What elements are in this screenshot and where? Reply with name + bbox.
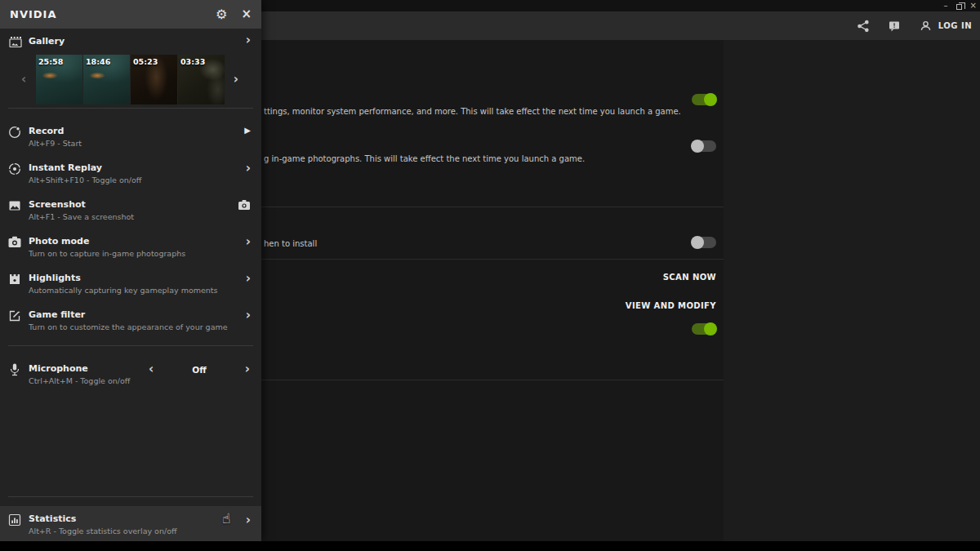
video-duration: 25:58 [38,57,63,66]
settings-row2-text: g in-game photographs. This will take ef… [264,154,585,163]
overlay-divider-3 [8,496,253,497]
auto-install-toggle[interactable] [692,237,716,248]
thumbs-prev-icon[interactable]: ‹ [21,73,26,86]
settings-panel: ttings, monitor system performance, and … [261,40,724,541]
video-duration: 03:33 [180,57,205,66]
gallery-thumbnail[interactable]: 18:46 [83,55,130,104]
gallery-thumbnail[interactable]: 05:23 [131,55,177,104]
scan-now-button[interactable]: SCAN NOW [663,273,716,282]
menu-item-game-filter[interactable]: Game filter Turn on to customize the app… [0,306,261,342]
menu-item-microphone[interactable]: Microphone Ctrl+Alt+M - Toggle on/off ‹ … [0,360,261,396]
menu-subtitle: Alt+F1 - Save a screenshot [29,212,134,221]
menu-subtitle: Alt+Shift+F10 - Toggle on/off [29,176,141,184]
record-icon [7,125,22,140]
photo-capture-toggle[interactable] [692,140,716,152]
play-icon[interactable]: ▶ [244,126,251,135]
menu-item-highlights[interactable]: Highlights Automatically capturing key g… [0,269,261,305]
login-button[interactable]: LOG IN [919,19,972,33]
screenshot-icon [7,198,22,213]
highlights-icon [7,272,22,287]
menu-subtitle: Alt+R - Toggle statistics overlay on/off [29,527,177,535]
chevron-right-icon[interactable]: › [246,273,251,285]
game-filter-icon [7,309,22,323]
menu-item-instant-replay[interactable]: Instant Replay Alt+Shift+F10 - Toggle on… [0,159,261,195]
menu-item-record[interactable]: Record Alt+F9 - Start ▶ [0,122,261,158]
chevron-right-icon[interactable]: › [246,514,251,527]
overlay-divider-2 [8,345,253,346]
gallery-header[interactable]: Gallery › [0,33,261,51]
video-duration: 05:23 [133,57,158,66]
menu-title: Game filter [29,309,85,320]
window-close-icon[interactable]: × [970,1,977,11]
chevron-right-icon[interactable]: › [246,162,251,175]
window-titlebar: – × [261,0,980,11]
menu-title: Highlights [29,273,81,283]
settings-divider-1 [261,207,724,207]
settings-row1-text: ttings, monitor system performance, and … [264,107,681,116]
mic-prev-option-icon[interactable]: ‹ [149,363,154,375]
feature-toggle[interactable] [692,323,716,335]
minimize-icon[interactable]: – [944,1,948,11]
avatar-icon [919,19,933,33]
instant-replay-icon [7,162,22,176]
menu-title: Microphone [29,363,88,374]
mic-state-value: Off [181,365,217,375]
overlay-enable-toggle[interactable] [692,94,716,105]
gallery-thumbnail[interactable]: 03:33 [178,55,225,104]
gallery-thumbnail[interactable]: 25:58 [36,55,82,104]
photo-mode-icon [7,235,22,250]
chevron-right-icon[interactable]: › [246,236,251,248]
feedback-icon[interactable] [888,20,901,32]
settings-divider-3 [261,380,724,380]
hand-cursor-icon: ☝ [222,510,230,527]
gallery-thumbnails: ‹ 25:58 18:46 05:23 03:33 › [0,55,261,105]
login-label: LOG IN [938,21,972,30]
menu-subtitle: Alt+F9 - Start [29,139,82,148]
gallery-label: Gallery [29,36,65,47]
overlay-header: NVIDIA ⚙ × [0,0,261,29]
settings-row3-text: hen to install [264,239,317,248]
overlay-close-icon[interactable]: × [241,8,252,20]
menu-title: Photo mode [29,236,89,247]
menu-item-screenshot[interactable]: Screenshot Alt+F1 - Save a screenshot [0,196,261,232]
menu-subtitle: Turn on to customize the appearance of y… [29,322,228,331]
menu-title: Record [29,126,64,136]
app-header: LOG IN [261,11,980,40]
microphone-icon [7,362,22,377]
nvidia-overlay-panel: NVIDIA ⚙ × Gallery › ‹ 25:58 18: [0,0,261,541]
menu-title: Statistics [29,513,76,524]
statistics-icon [7,513,22,527]
settings-gear-icon[interactable]: ⚙ [216,8,227,21]
menu-subtitle: Automatically capturing key gameplay mom… [29,286,218,295]
mic-next-option-icon[interactable]: › [245,363,250,375]
bottom-black-bar [0,541,980,551]
menu-title: Screenshot [29,199,86,210]
gallery-chevron-icon[interactable]: › [246,34,251,47]
view-and-modify-button[interactable]: VIEW AND MODIFY [626,301,716,310]
menu-title: Instant Replay [29,162,102,173]
menu-item-statistics[interactable]: Statistics Alt+R - Toggle statistics ove… [0,506,261,541]
overlay-title: NVIDIA [10,8,56,20]
menu-subtitle: Turn on to capture in-game photographs [29,249,185,258]
restore-icon[interactable] [956,4,962,10]
chevron-right-icon[interactable]: › [246,309,251,322]
overlay-divider-1 [8,108,253,109]
video-duration: 18:46 [86,57,110,66]
camera-icon[interactable] [238,199,251,211]
menu-subtitle: Ctrl+Alt+M - Toggle on/off [29,376,130,385]
share-icon[interactable] [857,20,870,33]
settings-divider-2 [261,259,724,260]
thumbs-next-icon[interactable]: › [234,73,238,86]
gallery-icon [8,35,23,49]
menu-item-photo-mode[interactable]: Photo mode Turn on to capture in-game ph… [0,233,261,269]
